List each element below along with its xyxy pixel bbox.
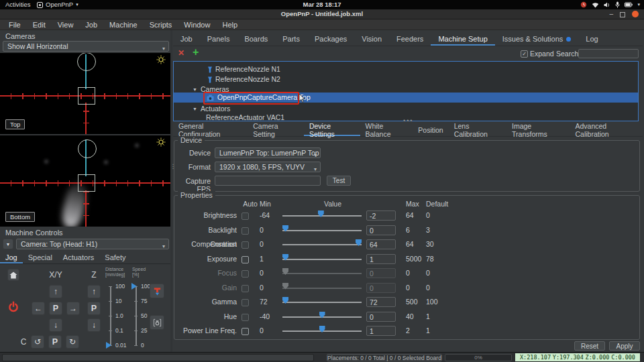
distance-slider-tick-1-0[interactable]: 1.0: [115, 313, 123, 319]
menu-help[interactable]: Help: [216, 21, 244, 29]
jog-xy-up-button[interactable]: ↑: [49, 285, 62, 298]
value-input[interactable]: -2: [366, 210, 396, 221]
jog-z-up-button[interactable]: ↑: [87, 285, 101, 298]
menu-job[interactable]: Job: [79, 21, 103, 29]
delete-button[interactable]: ✕: [178, 48, 184, 58]
device-select[interactable]: LumenPnP Top: LumenPnP Top ▾: [215, 147, 321, 158]
park-z-button[interactable]: P: [87, 302, 101, 315]
jog-c-ccw-button[interactable]: ↺: [31, 335, 44, 349]
value-slider[interactable]: [282, 266, 362, 281]
close-button[interactable]: [632, 11, 639, 17]
value-slider[interactable]: [282, 281, 362, 296]
tree-item-openpnpcapturecamera-top[interactable]: OpenPnpCaptureCamera Top: [174, 93, 638, 103]
test-button[interactable]: Test: [327, 176, 351, 186]
value-slider[interactable]: [282, 295, 362, 310]
camera-view-top[interactable]: Top: [0, 53, 171, 134]
tab-job[interactable]: Job: [173, 34, 200, 46]
panel-splitter[interactable]: [170, 30, 172, 352]
value-slider[interactable]: [282, 208, 362, 223]
mc-tab-actuators[interactable]: Actuators: [58, 252, 99, 263]
auto-checkbox[interactable]: [241, 328, 249, 335]
auto-checkbox[interactable]: [241, 227, 249, 235]
home-button[interactable]: [7, 269, 19, 281]
value-input[interactable]: 1: [366, 326, 396, 336]
mc-tab-safety[interactable]: Safety: [99, 252, 131, 263]
value-input[interactable]: 1: [366, 254, 396, 264]
auto-checkbox[interactable]: [241, 314, 249, 321]
park-head-button[interactable]: [150, 284, 164, 298]
menu-view[interactable]: View: [52, 21, 80, 29]
park-xy-button[interactable]: P: [49, 302, 62, 315]
tab-vision[interactable]: Vision: [354, 34, 389, 46]
value-input[interactable]: 0: [366, 312, 396, 322]
tab-boards[interactable]: Boards: [237, 34, 275, 46]
tree-item-referencenozzle-n1[interactable]: ReferenceNozzle N1: [174, 64, 638, 74]
tab-panels[interactable]: Panels: [200, 34, 237, 46]
position-camera-button[interactable]: [150, 315, 164, 330]
auto-checkbox[interactable]: [241, 285, 249, 292]
settings-tab-device-settings[interactable]: Device Settings: [304, 125, 360, 136]
menu-scripts[interactable]: Scripts: [144, 21, 178, 29]
jog-z-down-button[interactable]: ↓: [87, 318, 101, 332]
capture-fps-input[interactable]: [215, 176, 321, 186]
value-slider[interactable]: [282, 310, 362, 324]
jog-x-minus-button[interactable]: ←: [32, 302, 45, 315]
distance-slider-track[interactable]: [110, 286, 111, 346]
settings-tab-white-balance[interactable]: White Balance: [360, 125, 413, 136]
settings-tab-image-transforms[interactable]: Image Transforms: [506, 125, 570, 136]
minimize-button[interactable]: –: [609, 10, 613, 17]
value-input[interactable]: 0: [366, 283, 396, 293]
tab-machine-setup[interactable]: Machine Setup: [431, 34, 494, 46]
settings-tab-lens-calibration[interactable]: Lens Calibration: [449, 125, 506, 136]
tab-packages[interactable]: Packages: [307, 34, 354, 46]
settings-tab-camera-setting[interactable]: Camera Setting: [248, 125, 304, 136]
auto-checkbox[interactable]: [241, 270, 249, 278]
value-slider[interactable]: [282, 223, 362, 238]
menu-edit[interactable]: Edit: [27, 21, 52, 29]
park-c-button[interactable]: P: [48, 335, 62, 349]
brightness-sun-icon[interactable]: [156, 55, 166, 64]
jog-x-plus-button[interactable]: →: [66, 302, 80, 315]
menu-file[interactable]: File: [3, 21, 27, 29]
auto-checkbox[interactable]: [241, 256, 249, 263]
value-slider[interactable]: [282, 252, 362, 267]
distance-slider-tick-0-01[interactable]: 0.01: [115, 343, 127, 349]
settings-tab-advanced-calibration[interactable]: Advanced Calibration: [570, 125, 643, 136]
head-select-button[interactable]: ▼: [3, 239, 13, 249]
tab-feeders[interactable]: Feeders: [389, 34, 431, 46]
brightness-sun-icon[interactable]: [156, 137, 166, 147]
jog-c-cw-button[interactable]: ↻: [66, 335, 79, 349]
mc-tab-jog[interactable]: Jog: [0, 252, 23, 263]
tab-log[interactable]: Log: [578, 34, 605, 46]
machine-setup-tree[interactable]: ReferenceNozzle N1ReferenceNozzle N2▼Cam…: [173, 61, 639, 121]
clock[interactable]: Mar 28 18:17: [0, 0, 644, 9]
tool-selector[interactable]: Camera: Top (Head: H1) ▾: [16, 239, 169, 249]
tab-parts[interactable]: Parts: [275, 34, 307, 46]
search-input[interactable]: [578, 49, 639, 58]
value-input[interactable]: 72: [366, 297, 396, 307]
tree-item-referencenozzle-n2[interactable]: ReferenceNozzle N2: [174, 74, 638, 84]
menu-machine[interactable]: Machine: [103, 21, 144, 29]
auto-checkbox[interactable]: [241, 241, 249, 249]
add-button[interactable]: +: [193, 46, 199, 58]
apply-button[interactable]: Apply: [609, 341, 640, 351]
speed-slider-tick-75[interactable]: 75: [141, 298, 147, 304]
reset-button[interactable]: Reset: [574, 341, 605, 351]
tree-item-actuators[interactable]: ▼Actuators: [174, 104, 638, 113]
value-slider[interactable]: [282, 237, 362, 252]
camera-view-bottom[interactable]: Bottom: [0, 135, 171, 227]
speed-slider-tick-0[interactable]: 0: [141, 343, 144, 349]
value-input[interactable]: 0: [366, 225, 396, 235]
system-tray[interactable]: ▾: [580, 0, 640, 9]
format-select[interactable]: 1920 x 1080, 5 FPS, YUYV ▾: [215, 162, 321, 172]
speed-slider-tick-25[interactable]: 25: [141, 328, 147, 334]
settings-tab-general-configuration[interactable]: General Configuration: [173, 125, 248, 136]
distance-slider-tick-0-1[interactable]: 0.1: [115, 328, 123, 334]
power-button[interactable]: [6, 300, 21, 315]
speed-slider-tick-50[interactable]: 50: [141, 313, 147, 319]
tab-issues-solutions[interactable]: Issues & Solutions: [495, 34, 579, 46]
speed-slider-track[interactable]: [136, 286, 137, 346]
distance-slider-tick-10[interactable]: 10: [115, 298, 121, 304]
jog-xy-down-button[interactable]: ↓: [49, 318, 62, 332]
expand-checkbox[interactable]: ✓: [521, 50, 528, 58]
